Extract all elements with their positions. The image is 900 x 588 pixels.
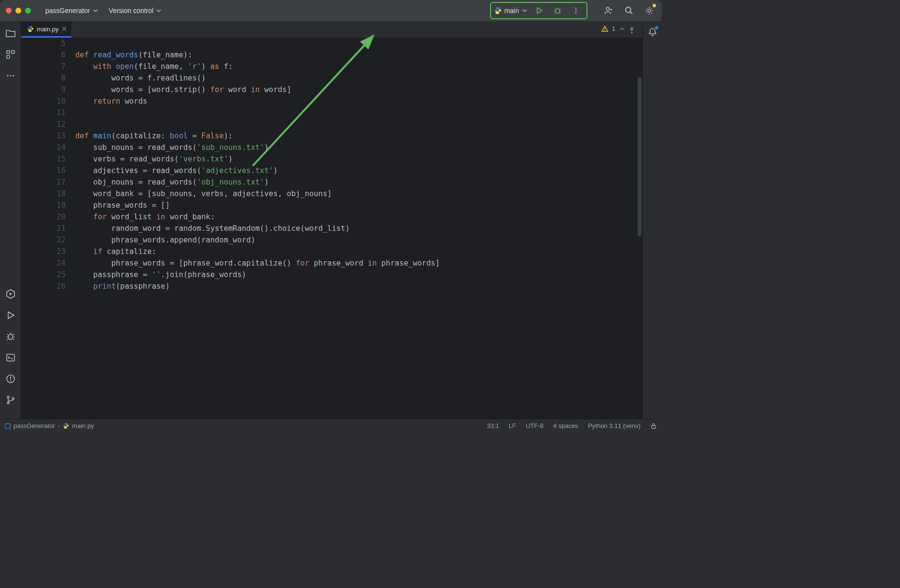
inspection-widget[interactable]: 1 bbox=[601, 25, 635, 32]
services-tool-button[interactable] bbox=[3, 287, 18, 301]
line-number: 20 bbox=[21, 211, 75, 223]
chevron-down-icon bbox=[93, 8, 98, 13]
more-tools-button[interactable] bbox=[3, 68, 18, 83]
line-number: 23 bbox=[21, 246, 75, 257]
window-close[interactable] bbox=[6, 8, 12, 13]
status-indent[interactable]: 4 spaces bbox=[553, 422, 578, 429]
code-line[interactable]: 21 random_word = random.SystemRandom().c… bbox=[21, 223, 642, 234]
code-line[interactable]: 20 for word_list in word_bank: bbox=[21, 211, 642, 223]
code-line[interactable]: 12 bbox=[21, 119, 642, 130]
status-encoding[interactable]: UTF-8 bbox=[526, 422, 544, 429]
line-number: 14 bbox=[21, 142, 75, 153]
window-zoom[interactable] bbox=[25, 8, 31, 13]
problems-tool-button[interactable] bbox=[3, 372, 18, 386]
line-number: 9 bbox=[21, 84, 75, 95]
code-editor[interactable]: 5 6def read_words(file_name):7 with open… bbox=[21, 38, 642, 419]
debug-tool-button[interactable] bbox=[3, 329, 18, 344]
structure-tool-button[interactable] bbox=[3, 47, 18, 62]
more-run-actions[interactable] bbox=[569, 4, 583, 17]
structure-icon bbox=[5, 49, 16, 60]
notifications-button[interactable] bbox=[648, 27, 657, 37]
code-line[interactable]: 26 print(passphrase) bbox=[21, 281, 642, 292]
svg-point-5 bbox=[575, 13, 577, 14]
svg-rect-16 bbox=[7, 354, 14, 361]
line-number: 11 bbox=[21, 107, 75, 119]
editor-region: main.py 1 5 6def read_words(file_name):7… bbox=[21, 21, 642, 419]
vcs-tool-button[interactable] bbox=[3, 393, 18, 407]
code-content: words = f.readlines() bbox=[75, 72, 206, 84]
next-highlight[interactable] bbox=[629, 26, 635, 32]
code-content: obj_nouns = read_words('obj_nouns.txt') bbox=[75, 176, 269, 188]
code-content: verbs = read_words('verbs.txt') bbox=[75, 153, 233, 165]
code-line[interactable]: 19 phrase_words = [] bbox=[21, 200, 642, 211]
scrollbar[interactable] bbox=[638, 77, 641, 236]
code-line[interactable]: 17 obj_nouns = read_words('obj_nouns.txt… bbox=[21, 176, 642, 188]
version-control-menu[interactable]: Version control bbox=[106, 5, 165, 16]
settings-button[interactable] bbox=[642, 4, 656, 17]
code-line[interactable]: 16 adjectives = read_words('adjectives.t… bbox=[21, 165, 642, 176]
prev-highlight[interactable] bbox=[619, 26, 625, 32]
svg-point-24 bbox=[631, 32, 633, 34]
warning-circle-icon bbox=[6, 374, 15, 384]
close-icon[interactable] bbox=[62, 27, 67, 31]
code-content bbox=[75, 38, 80, 49]
code-line[interactable]: 18 word_bank = [sub_nouns, verbs, adject… bbox=[21, 188, 642, 200]
code-line[interactable]: 22 phrase_words.append(random_word) bbox=[21, 234, 642, 246]
chevron-down-icon bbox=[156, 8, 162, 13]
debug-button[interactable] bbox=[551, 4, 564, 17]
code-line[interactable]: 7 with open(file_name, 'r') as f: bbox=[21, 61, 642, 72]
code-content: if capitalize: bbox=[75, 246, 156, 257]
code-line[interactable]: 13def main(capitalize: bool = False): bbox=[21, 130, 642, 142]
run-configuration-selector[interactable]: main bbox=[494, 7, 528, 14]
traffic-lights bbox=[6, 8, 31, 13]
breadcrumbs[interactable]: passGenerator › main.py bbox=[5, 422, 94, 429]
code-line[interactable]: 14 sub_nouns = read_words('sub_nouns.txt… bbox=[21, 142, 642, 153]
status-lock-icon[interactable] bbox=[650, 423, 657, 429]
code-content: adjectives = read_words('adjectives.txt'… bbox=[75, 165, 278, 176]
svg-point-3 bbox=[575, 8, 577, 9]
tab-label: main.py bbox=[37, 26, 59, 33]
line-number: 19 bbox=[21, 200, 75, 211]
code-line[interactable]: 9 words = [word.strip() for word in word… bbox=[21, 84, 642, 95]
code-content: def read_words(file_name): bbox=[75, 49, 192, 61]
project-switcher[interactable]: passGenerator bbox=[42, 5, 101, 16]
code-line[interactable]: 15 verbs = read_words('verbs.txt') bbox=[21, 153, 642, 165]
search-everywhere-button[interactable] bbox=[622, 4, 636, 17]
code-line[interactable]: 24 phrase_words = [phrase_word.capitaliz… bbox=[21, 257, 642, 269]
svg-point-8 bbox=[648, 9, 651, 12]
run-button[interactable] bbox=[532, 4, 546, 17]
python-icon bbox=[494, 7, 502, 14]
window-minimize[interactable] bbox=[15, 8, 21, 13]
svg-point-1 bbox=[498, 13, 499, 13]
svg-point-13 bbox=[10, 75, 11, 76]
notification-dot bbox=[655, 26, 658, 29]
code-line[interactable]: 11 bbox=[21, 107, 642, 119]
code-line[interactable]: 10 return words bbox=[21, 95, 642, 107]
code-line[interactable]: 23 if capitalize: bbox=[21, 246, 642, 257]
left-tool-strip bbox=[0, 21, 21, 419]
svg-rect-10 bbox=[12, 51, 14, 53]
svg-point-6 bbox=[606, 7, 609, 10]
play-in-hexagon-icon bbox=[5, 289, 16, 299]
code-content: word_bank = [sub_nouns, verbs, adjective… bbox=[75, 188, 332, 200]
status-line-separator[interactable]: LF bbox=[509, 422, 516, 429]
code-with-me-button[interactable] bbox=[602, 4, 615, 17]
editor-tab-main-py[interactable]: main.py bbox=[21, 21, 71, 37]
breadcrumb-separator: › bbox=[58, 422, 60, 429]
code-line[interactable]: 5 bbox=[21, 38, 642, 49]
status-caret[interactable]: 33:1 bbox=[487, 422, 499, 429]
code-content: passphrase = ''.join(phrase_words) bbox=[75, 269, 246, 281]
svg-rect-28 bbox=[652, 426, 655, 428]
code-content bbox=[75, 119, 80, 130]
code-line[interactable]: 25 passphrase = ''.join(phrase_words) bbox=[21, 269, 642, 281]
run-tool-button[interactable] bbox=[3, 308, 18, 322]
code-line[interactable]: 6def read_words(file_name): bbox=[21, 49, 642, 61]
code-line[interactable]: 8 words = f.readlines() bbox=[21, 72, 642, 84]
line-number: 21 bbox=[21, 223, 75, 234]
project-tool-button[interactable] bbox=[3, 26, 18, 40]
terminal-tool-button[interactable] bbox=[3, 350, 18, 365]
status-interpreter[interactable]: Python 3.11 (venv) bbox=[588, 422, 641, 429]
line-number: 8 bbox=[21, 72, 75, 84]
code-content bbox=[75, 107, 80, 119]
svg-point-18 bbox=[10, 380, 11, 381]
